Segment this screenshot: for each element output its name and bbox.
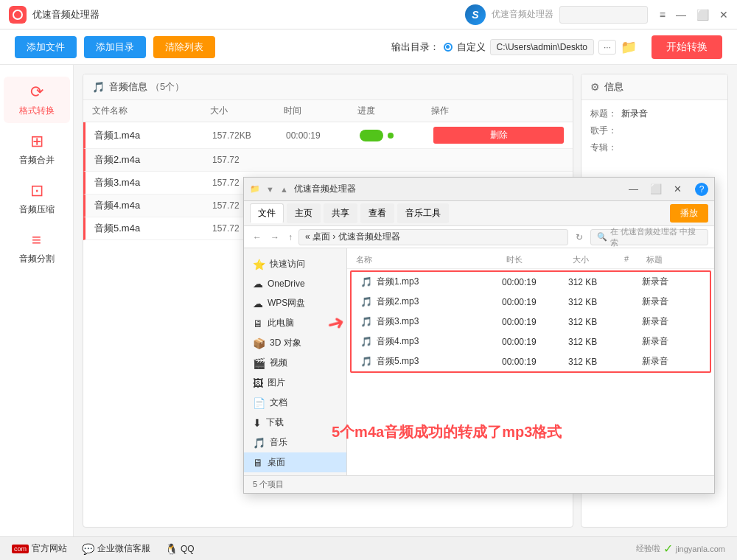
sidebar-label-format: 格式转换 <box>19 105 55 117</box>
titlebar-center: S 优速音频处理器 <box>465 4 648 25</box>
exp-back-btn[interactable]: 📁 <box>250 184 260 194</box>
exp-icon-btn2[interactable]: ▲ <box>280 185 288 194</box>
exp-play-button[interactable]: 播放 <box>670 204 708 223</box>
add-dir-button[interactable]: 添加目录 <box>84 36 146 58</box>
exp-sidebar-video[interactable]: 🎬 视频 <box>244 353 346 373</box>
col-time: 时间 <box>284 105 357 117</box>
statusbar-count: 5 个项目 <box>253 479 284 490</box>
exp-sidebar-desktop[interactable]: 🖥 桌面 <box>244 452 346 472</box>
explorer-maximize[interactable]: ⬜ <box>647 183 665 195</box>
delete-button-1[interactable]: 删除 <box>433 127 564 144</box>
help-icon[interactable]: ? <box>695 183 708 196</box>
nav-search-bar[interactable]: 🔍 在 优速音频处理器 中搜索 <box>590 229 708 245</box>
sidebar-item-merge[interactable]: ⊞ 音频合并 <box>4 126 70 172</box>
exp-file-name-1: 🎵 音频1.mp3 <box>360 276 502 288</box>
website-link[interactable]: com 官方网站 <box>12 542 67 555</box>
search-placeholder: 在 优速音频处理器 中搜索 <box>610 226 702 248</box>
progress-dot-1 <box>388 133 394 139</box>
output-more-button[interactable]: ··· <box>598 40 616 55</box>
sidebar-label-merge: 音频合并 <box>19 154 55 167</box>
sidebar-item-compress[interactable]: ⊡ 音频压缩 <box>4 175 70 222</box>
file-name-1: 音频1.m4a <box>94 129 212 142</box>
exp-tab-share[interactable]: 共享 <box>324 203 357 223</box>
exp-sidebar-label: 快速访问 <box>270 258 305 270</box>
file-name-5: 音频5.m4a <box>94 222 212 235</box>
format-icon: ⟳ <box>30 83 43 102</box>
sidebar-label-split: 音频分割 <box>19 253 55 265</box>
minimize-btn[interactable]: — <box>676 10 686 20</box>
explorer-nav: ← → ↑ « 桌面 › 优速音频处理器 ↻ 🔍 在 优速音频处理器 中搜索 <box>244 226 714 248</box>
close-btn[interactable]: ✕ <box>719 10 728 20</box>
info-row-artist: 歌手： <box>590 125 719 137</box>
list-item[interactable]: 🎵 音频5.mp3 00:00:19 312 KB 新录音 <box>352 351 710 371</box>
qq-link[interactable]: 🐧 QQ <box>165 543 195 555</box>
exp-sidebar-wps[interactable]: ☁ WPS网盘 <box>244 293 346 313</box>
quick-access-icon: ⭐ <box>253 259 265 270</box>
exp-sidebar-quick-access[interactable]: ⭐ 快速访问 <box>244 254 346 274</box>
explorer-titlebar: 📁 ▼ ▲ 优速音频处理器 — ⬜ ✕ ? <box>244 178 714 201</box>
exp-sidebar-pictures[interactable]: 🖼 图片 <box>244 373 346 393</box>
add-file-button[interactable]: 添加文件 <box>15 36 77 58</box>
col-action: 操作 <box>431 105 564 117</box>
exp-tab-home[interactable]: 主页 <box>287 203 321 223</box>
maximize-btn[interactable]: ⬜ <box>696 10 709 20</box>
exp-sidebar-label: 桌面 <box>268 456 285 469</box>
sidebar-label-compress: 音频压缩 <box>19 203 55 216</box>
nav-forward-arrow[interactable]: → <box>268 231 282 244</box>
exp-sidebar-label: 3D 对象 <box>270 337 301 349</box>
exp-tab-file[interactable]: 文件 <box>250 203 284 223</box>
exp-icon-btn[interactable]: ▼ <box>266 185 274 194</box>
nav-back-arrow[interactable]: ← <box>250 231 265 244</box>
exp-tab-music[interactable]: 音乐工具 <box>397 203 449 223</box>
annotation-text: 5个m4a音频成功的转成了mp3格式 <box>332 422 562 442</box>
list-item[interactable]: 🎵 音频2.mp3 00:00:19 312 KB 新录音 <box>352 292 710 312</box>
exp-sidebar-label: 音乐 <box>270 436 287 449</box>
file-explorer: 📁 ▼ ▲ 优速音频处理器 — ⬜ ✕ ? 文件 主页 共享 查看 音乐工具 播… <box>243 177 715 494</box>
output-folder-button[interactable]: 📁 <box>621 39 637 55</box>
nav-refresh-btn[interactable]: ↻ <box>571 231 587 244</box>
info-panel-icon: ⚙ <box>590 81 600 93</box>
sidebar-item-format[interactable]: ⟳ 格式转换 <box>4 77 70 123</box>
wechat-link[interactable]: 💬 企业微信客服 <box>82 542 150 555</box>
exp-sidebar-label: 下载 <box>266 416 284 429</box>
info-row-title: 标题： 新录音 <box>590 108 719 120</box>
mp3-icon-2: 🎵 <box>360 296 372 307</box>
col-size: 大小 <box>210 105 284 117</box>
exp-col-size: 大小 <box>573 254 624 265</box>
pictures-icon: 🖼 <box>253 377 263 389</box>
sidebar-item-split[interactable]: ≡ 音频分割 <box>4 225 70 271</box>
wps-icon: ☁ <box>253 298 263 309</box>
file-table-header: 文件名称 大小 时间 进度 操作 <box>83 100 573 122</box>
clear-list-button[interactable]: 清除列表 <box>153 36 215 58</box>
info-key-album: 专辑： <box>590 141 617 154</box>
exp-col-duration: 时长 <box>506 254 573 265</box>
merge-icon: ⊞ <box>30 132 43 151</box>
output-path-display: C:\Users\admin\Deskto <box>490 39 594 55</box>
menu-btn[interactable]: ≡ <box>660 10 666 20</box>
exp-sidebar-docs[interactable]: 📄 文档 <box>244 393 346 413</box>
nav-up-arrow[interactable]: ↑ <box>285 231 296 244</box>
exp-col-name: 名称 <box>356 254 506 265</box>
exp-sidebar-onedrive[interactable]: ☁ OneDrive <box>244 274 346 293</box>
explorer-minimize[interactable]: — <box>626 183 641 195</box>
app-title: 优速音频处理器 <box>32 8 99 21</box>
info-panel-header: ⚙ 信息 <box>581 74 727 100</box>
nav-path-bar[interactable]: « 桌面 › 优速音频处理器 <box>298 229 568 245</box>
wechat-label: 企业微信客服 <box>97 542 150 555</box>
file-panel-count: （5个） <box>150 80 184 94</box>
explorer-close[interactable]: ✕ <box>671 183 685 195</box>
wechat-icon: 💬 <box>82 543 94 555</box>
titlebar-search[interactable] <box>559 6 648 24</box>
output-radio[interactable] <box>444 43 453 52</box>
file-name-4: 音频4.m4a <box>94 199 212 212</box>
search-icon: 🔍 <box>597 232 607 242</box>
exp-tab-view[interactable]: 查看 <box>360 203 394 223</box>
info-row-album: 专辑： <box>590 141 719 154</box>
start-convert-button[interactable]: 开始转换 <box>652 35 722 59</box>
file-time-1: 00:00:19 <box>286 130 360 141</box>
list-item[interactable]: 🎵 音频3.mp3 00:00:19 312 KB 新录音 <box>352 312 710 332</box>
list-item[interactable]: 🎵 音频1.mp3 00:00:19 312 KB 新录音 <box>352 272 710 292</box>
file-panel-title: 音频信息 <box>109 80 147 94</box>
checkmark-icon: ✓ <box>663 542 673 556</box>
list-item[interactable]: 🎵 音频4.mp3 00:00:19 312 KB 新录音 <box>352 332 710 351</box>
